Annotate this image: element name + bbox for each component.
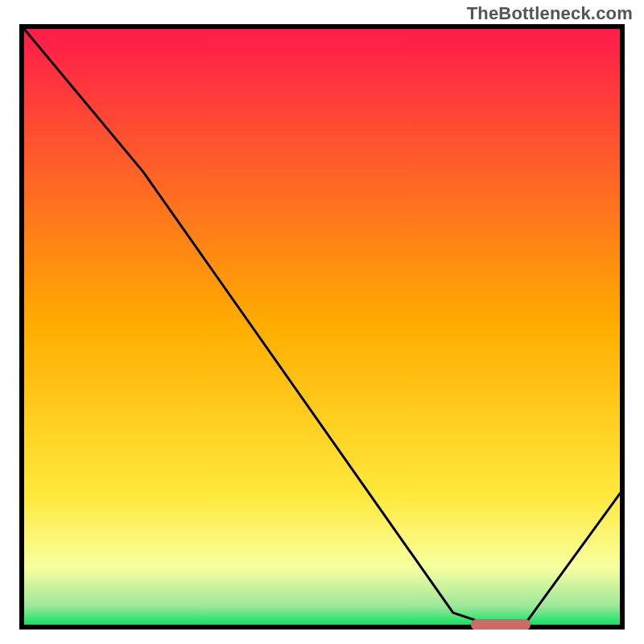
watermark-text: TheBottleneck.com [467, 3, 633, 24]
plot-area [19, 24, 625, 630]
optimal-range-marker [471, 619, 530, 630]
chart-svg [19, 24, 625, 630]
chart-container: TheBottleneck.com [0, 0, 644, 644]
gradient-background [22, 27, 622, 627]
